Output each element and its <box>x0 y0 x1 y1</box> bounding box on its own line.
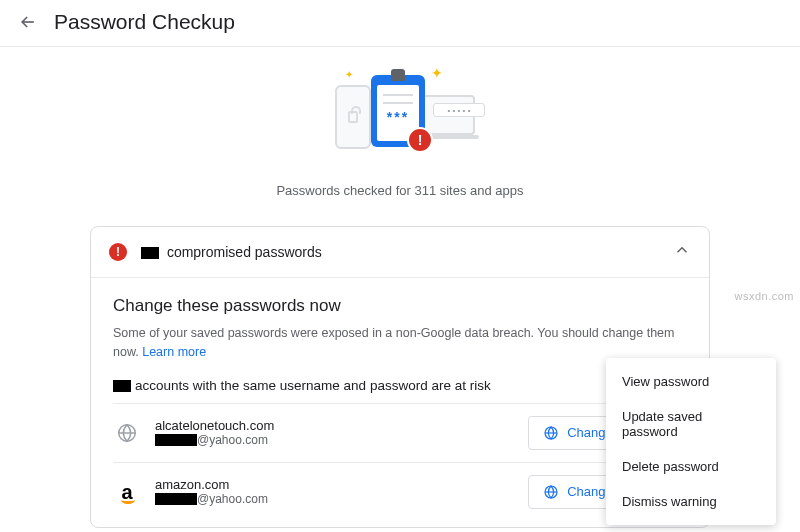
redacted-username <box>155 493 197 505</box>
card-header-title: compromised passwords <box>141 244 673 260</box>
menu-update-saved-password[interactable]: Update saved password <box>606 399 776 449</box>
risk-summary: accounts with the same username and pass… <box>113 378 687 393</box>
account-info: alcatelonetouch.com @yahoo.com <box>155 418 528 447</box>
redacted-count <box>141 247 159 259</box>
account-user-domain: @yahoo.com <box>197 492 268 506</box>
globe-icon <box>543 425 559 441</box>
account-info: amazon.com @yahoo.com <box>155 477 528 506</box>
hero: ✦ ✦ ✦ • • • • • *** ! Passwords checked … <box>0 47 800 208</box>
warning-title: Change these passwords now <box>113 296 687 316</box>
redacted-username <box>155 434 197 446</box>
account-site: alcatelonetouch.com <box>155 418 528 433</box>
menu-view-password[interactable]: View password <box>606 364 776 399</box>
globe-icon <box>543 484 559 500</box>
password-field-icon: • • • • • <box>433 103 485 117</box>
sparkle-icon: ✦ <box>345 69 353 80</box>
header: Password Checkup <box>0 0 800 47</box>
alert-badge-icon: ! <box>407 127 433 153</box>
alert-icon: ! <box>109 243 127 261</box>
menu-delete-password[interactable]: Delete password <box>606 449 776 484</box>
menu-dismiss-warning[interactable]: Dismiss warning <box>606 484 776 519</box>
account-row: alcatelonetouch.com @yahoo.com Change pa… <box>113 403 687 462</box>
watermark: wsxdn.com <box>734 290 794 302</box>
learn-more-link[interactable]: Learn more <box>142 345 206 359</box>
back-button[interactable] <box>14 8 42 36</box>
hero-illustration: ✦ ✦ ✦ • • • • • *** ! <box>315 65 485 165</box>
arrow-left-icon <box>18 12 38 32</box>
hero-caption: Passwords checked for 311 sites and apps <box>0 183 800 198</box>
sparkle-icon: ✦ <box>431 65 443 81</box>
risk-text: accounts with the same username and pass… <box>135 378 491 393</box>
page-title: Password Checkup <box>54 10 235 34</box>
warning-description: Some of your saved passwords were expose… <box>113 324 687 362</box>
clipboard-icon: *** ! <box>371 75 425 147</box>
phone-icon <box>335 85 371 149</box>
account-username: @yahoo.com <box>155 433 528 447</box>
card-header[interactable]: ! compromised passwords <box>91 227 709 278</box>
site-favicon <box>113 419 141 447</box>
account-site: amazon.com <box>155 477 528 492</box>
amazon-icon: a <box>121 482 132 502</box>
redacted-count <box>113 380 131 392</box>
account-user-domain: @yahoo.com <box>197 433 268 447</box>
account-username: @yahoo.com <box>155 492 528 506</box>
lock-icon <box>348 111 358 123</box>
site-favicon: a <box>113 478 141 506</box>
account-row: a amazon.com @yahoo.com Change password <box>113 462 687 521</box>
globe-icon <box>116 422 138 444</box>
clipboard-stars: *** <box>387 109 409 125</box>
context-menu: View password Update saved password Dele… <box>606 358 776 525</box>
card-header-text: compromised passwords <box>163 244 322 260</box>
chevron-up-icon <box>673 241 691 263</box>
